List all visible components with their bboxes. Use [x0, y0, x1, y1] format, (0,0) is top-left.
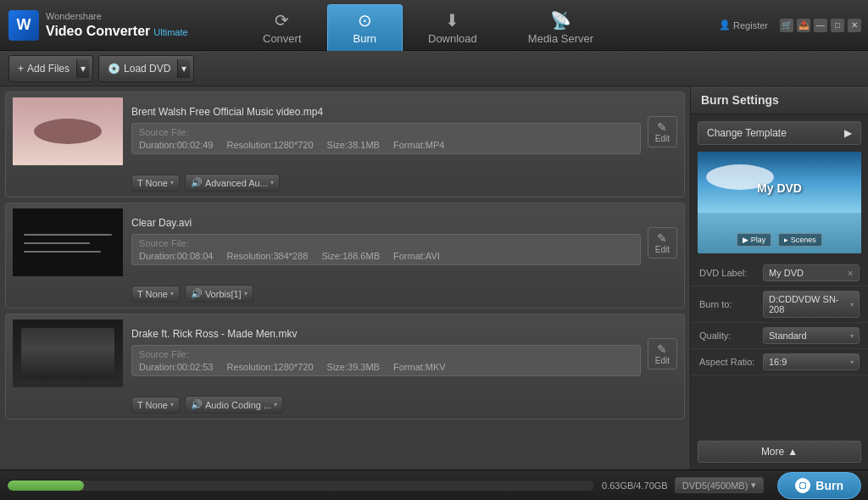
tab-download-label: Download [428, 32, 477, 45]
app-name: Wondershare Video Converter Ultimate [46, 11, 188, 38]
video-filename: Clear Day.avi [131, 217, 641, 229]
aspect-ratio-arrow: ▾ [850, 358, 854, 366]
app-brand: Wondershare [46, 11, 188, 22]
dvd-preview: My DVD ▶ Play ▸ Scenes [698, 152, 861, 253]
app-title: Video Converter [46, 23, 150, 39]
burn-to-arrow: ▾ [850, 301, 854, 308]
resolution: Resolution:1280*720 [226, 362, 313, 372]
logo-icon: W [8, 10, 39, 41]
minimize-button[interactable]: — [814, 19, 827, 32]
video-thumbnail [13, 208, 123, 276]
storage-label: 0.63GB/4.70GB [602, 481, 668, 491]
video-filename: Brent Walsh Free Official Music video.mp… [131, 106, 641, 118]
change-template-button[interactable]: Change Template ▶ [698, 121, 861, 145]
tab-burn[interactable]: ⊙ Burn [327, 4, 403, 51]
quality-row: Quality: Standard ▾ [691, 323, 868, 349]
edit-button[interactable]: Edit [648, 116, 677, 147]
dvd-label-clear[interactable]: ✕ [847, 269, 854, 278]
audio-dropdown[interactable]: 🔊 Advanced Au... ▾ [185, 174, 280, 192]
thumb-decoration [34, 119, 102, 144]
format: Format:AVI [393, 251, 440, 261]
toolbar: + Add Files ▾ 💿 Load DVD ▾ [0, 51, 868, 86]
tab-burn-label: Burn [353, 32, 376, 45]
source-label: Source File: [139, 238, 633, 248]
quality-dropdown[interactable]: Standard ▾ [763, 327, 860, 344]
size: Size:39.3MB [327, 362, 380, 372]
change-template-label: Change Template [707, 127, 787, 139]
aspect-ratio-dropdown[interactable]: 16:9 ▾ [763, 353, 860, 370]
edit-icon [657, 231, 667, 245]
maximize-button[interactable]: □ [831, 19, 844, 32]
aspect-ratio-row: Aspect Ratio: 16:9 ▾ [691, 349, 868, 375]
change-template-arrow: ▶ [844, 127, 852, 139]
audio-icon: 🔊 [191, 288, 203, 299]
subtitle-dropdown[interactable]: T None ▾ [131, 286, 180, 303]
video-item-top: Drake ft. Rick Ross - Made Men.mkv Sourc… [6, 314, 684, 392]
register-button[interactable]: 👤 Register [719, 19, 768, 31]
main-content: Brent Walsh Free Official Music video.mp… [0, 86, 868, 469]
thumb-decoration [21, 328, 114, 379]
burn-button[interactable]: Burn [777, 472, 861, 499]
size: Size:188.6MB [321, 251, 379, 261]
disc-type-arrow: ▾ [751, 480, 756, 491]
disc-type-dropdown[interactable]: DVD5(4500MB) ▾ [675, 477, 765, 493]
add-files-button[interactable]: + Add Files ▾ [8, 55, 93, 82]
subtitle-dropdown[interactable]: T None ▾ [131, 175, 180, 192]
dvd-title: My DVD [698, 181, 861, 195]
audio-label: Audio Coding ... [205, 400, 271, 410]
more-button[interactable]: More ▲ [698, 441, 861, 463]
nav-tabs: ⟳ Convert ⊙ Burn ⬇ Download 📡 Media Serv… [237, 0, 719, 51]
burn-to-row: Burn to: D:CDDVDW SN-208 ▾ [691, 286, 868, 323]
load-dvd-button[interactable]: 💿 Load DVD ▾ [98, 55, 194, 82]
size: Size:38.1MB [327, 140, 380, 150]
video-item-top: Clear Day.avi Source File: Duration:00:0… [6, 203, 684, 281]
load-dvd-arrow[interactable]: ▾ [177, 59, 190, 78]
dvd-label-input[interactable]: My DVD ✕ [763, 264, 860, 281]
subtitle-label: T None [137, 289, 168, 299]
burn-label: Burn [815, 479, 843, 492]
audio-dropdown[interactable]: 🔊 Vorbis[1] ▾ [185, 285, 253, 303]
add-files-label: Add Files [27, 63, 70, 75]
share-button[interactable]: 📤 [797, 19, 810, 32]
cart-button[interactable]: 🛒 [780, 19, 793, 32]
dvd-scenes-btn: ▸ Scenes [778, 233, 822, 247]
progress-bar [7, 480, 595, 492]
tab-convert[interactable]: ⟳ Convert [237, 4, 327, 51]
burn-to-label: Burn to: [699, 299, 763, 309]
tab-download[interactable]: ⬇ Download [403, 4, 503, 51]
resolution: Resolution:384*288 [226, 251, 308, 261]
duration: Duration:00:08:04 [139, 251, 213, 261]
burn-to-dropdown[interactable]: D:CDDVDW SN-208 ▾ [763, 291, 860, 318]
logo-area: W Wondershare Video Converter Ultimate [0, 10, 237, 41]
edit-button[interactable]: Edit [648, 227, 677, 258]
audio-arrow: ▾ [244, 290, 248, 297]
duration: Duration:00:02:49 [139, 140, 213, 150]
audio-dropdown[interactable]: 🔊 Audio Coding ... ▾ [185, 396, 283, 414]
source-label: Source File: [139, 349, 633, 359]
edit-button[interactable]: Edit [648, 338, 677, 369]
load-dvd-label: Load DVD [124, 63, 170, 75]
video-item: Brent Walsh Free Official Music video.mp… [5, 92, 685, 197]
add-files-icon: + [18, 63, 24, 75]
window-controls: 👤 Register 🛒 📤 — □ ✕ [719, 19, 868, 32]
dvd-play-btn: ▶ Play [737, 233, 771, 247]
video-info: Clear Day.avi Source File: Duration:00:0… [131, 217, 641, 269]
source-info-box: Source File: Duration:00:02:53 Resolutio… [131, 345, 641, 376]
subtitle-label: T None [137, 178, 168, 188]
video-filename: Drake ft. Rick Ross - Made Men.mkv [131, 328, 641, 340]
dvd-label-field-label: DVD Label: [699, 268, 763, 278]
format: Format:MP4 [393, 140, 445, 150]
video-thumbnail [13, 319, 123, 387]
quality-arrow: ▾ [850, 332, 854, 340]
close-button[interactable]: ✕ [848, 19, 861, 32]
edit-icon [657, 120, 667, 134]
audio-icon: 🔊 [191, 177, 203, 188]
load-dvd-icon: 💿 [108, 63, 120, 75]
video-item-top: Brent Walsh Free Official Music video.mp… [6, 92, 684, 170]
burn-settings-fields: DVD Label: My DVD ✕ Burn to: D:CDDVDW SN… [691, 260, 868, 375]
tab-media-server[interactable]: 📡 Media Server [503, 4, 619, 51]
subtitle-dropdown[interactable]: T None ▾ [131, 397, 180, 414]
add-files-arrow[interactable]: ▾ [76, 59, 89, 78]
spacer [691, 375, 868, 434]
tab-media-server-label: Media Server [528, 32, 593, 45]
